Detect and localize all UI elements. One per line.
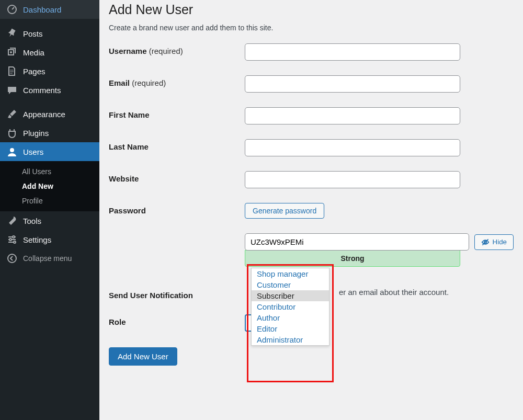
sidebar-item-posts[interactable]: Posts <box>0 24 99 43</box>
main-content: Add New User Create a brand new user and… <box>99 0 523 420</box>
lastname-input[interactable] <box>245 139 460 156</box>
pages-icon <box>6 66 18 76</box>
role-option-administrator[interactable]: Administrator <box>252 334 329 345</box>
svg-point-1 <box>10 51 12 53</box>
users-icon <box>6 146 18 157</box>
sidebar-item-plugins[interactable]: Plugins <box>0 123 99 142</box>
admin-sidebar: Dashboard Posts Media Pages Comments App… <box>0 0 99 420</box>
email-label: Email (required) <box>109 75 245 87</box>
sidebar-label: Tools <box>23 217 41 225</box>
sidebar-item-dashboard[interactable]: Dashboard <box>0 0 99 19</box>
sidebar-submenu-users: All Users Add New Profile <box>0 161 99 211</box>
sidebar-item-media[interactable]: Media <box>0 43 99 62</box>
sidebar-item-comments[interactable]: Comments <box>0 81 99 99</box>
role-option-editor[interactable]: Editor <box>252 323 329 334</box>
plugins-icon <box>6 128 18 138</box>
svg-point-5 <box>14 241 16 243</box>
submenu-add-new[interactable]: Add New <box>0 179 99 194</box>
generate-password-button[interactable]: Generate password <box>245 203 324 219</box>
role-option-shop-manager[interactable]: Shop manager <box>252 268 329 279</box>
sidebar-label: Pages <box>23 67 46 76</box>
svg-point-2 <box>10 148 14 152</box>
svg-point-4 <box>9 239 12 241</box>
sidebar-item-pages[interactable]: Pages <box>0 62 99 81</box>
sidebar-label: Comments <box>23 86 61 95</box>
sidebar-label: Dashboard <box>23 5 61 14</box>
role-option-author[interactable]: Author <box>252 312 329 323</box>
submenu-profile[interactable]: Profile <box>0 194 99 208</box>
role-option-customer[interactable]: Customer <box>252 279 329 290</box>
svg-point-6 <box>8 254 16 263</box>
role-dropdown: Shop manager Customer Subscriber Contrib… <box>251 268 329 346</box>
sidebar-item-appearance[interactable]: Appearance <box>0 105 99 123</box>
media-icon <box>6 47 18 58</box>
tools-icon <box>6 215 18 226</box>
svg-point-3 <box>13 236 15 238</box>
sidebar-label: Posts <box>23 29 43 38</box>
email-input[interactable] <box>245 75 460 93</box>
role-option-subscriber[interactable]: Subscriber <box>252 290 329 301</box>
collapse-icon <box>6 253 18 264</box>
page-subtext: Create a brand new user and add them to … <box>109 24 514 32</box>
page-title: Add New User <box>109 2 514 17</box>
submenu-all-users[interactable]: All Users <box>0 164 99 179</box>
sidebar-item-users[interactable]: Users <box>0 142 99 161</box>
sidebar-item-settings[interactable]: Settings <box>0 230 99 249</box>
website-label: Website <box>109 171 245 183</box>
pin-icon <box>6 28 18 39</box>
comments-icon <box>6 85 18 95</box>
brush-icon <box>6 109 18 119</box>
settings-icon <box>6 234 18 245</box>
website-input[interactable] <box>245 171 460 188</box>
lastname-label: Last Name <box>109 139 245 151</box>
collapse-menu[interactable]: Collapse menu <box>0 249 99 268</box>
notification-label: Send User Notification <box>109 288 245 300</box>
eye-slash-icon <box>481 238 490 246</box>
role-label: Role <box>109 314 245 326</box>
role-option-contributor[interactable]: Contributor <box>252 301 329 312</box>
add-new-user-button[interactable]: Add New User <box>109 347 177 366</box>
sidebar-label: Media <box>23 48 44 57</box>
collapse-label: Collapse menu <box>23 254 72 263</box>
password-strength: Strong <box>245 250 460 267</box>
hide-password-button[interactable]: Hide <box>474 234 514 250</box>
password-label: Password <box>109 203 245 215</box>
username-label: Username (required) <box>109 43 245 55</box>
password-input[interactable] <box>245 233 469 251</box>
firstname-label: First Name <box>109 107 245 119</box>
sidebar-label: Plugins <box>23 129 49 138</box>
sidebar-label: Users <box>23 147 43 156</box>
username-input[interactable] <box>245 43 460 61</box>
dashboard-icon <box>6 4 18 15</box>
sidebar-label: Settings <box>23 235 51 244</box>
sidebar-label: Appearance <box>23 110 65 119</box>
firstname-input[interactable] <box>245 107 460 124</box>
sidebar-item-tools[interactable]: Tools <box>0 211 99 230</box>
